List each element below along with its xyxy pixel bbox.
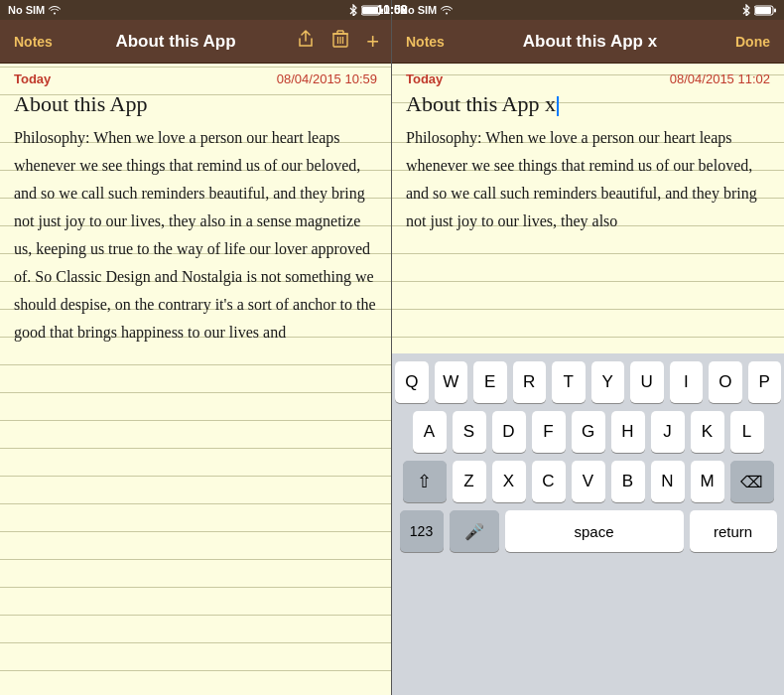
share-icon (297, 30, 315, 48)
svg-rect-19 (774, 8, 776, 12)
key-K[interactable]: K (691, 411, 724, 453)
svg-rect-18 (755, 7, 771, 14)
right-date-line: Today 08/04/2015 11:02 (406, 71, 770, 86)
key-O[interactable]: O (709, 361, 742, 403)
right-note-body: Philosophy: When we love a person our he… (406, 124, 770, 235)
left-nav-bar: Notes About this App (0, 20, 391, 64)
bluetooth-icon (349, 4, 357, 16)
key-U[interactable]: U (630, 361, 664, 403)
right-date-value: 08/04/2015 11:02 (670, 71, 770, 86)
mic-key[interactable]: 🎤 (450, 510, 499, 552)
left-date-value: 08/04/2015 10:59 (277, 71, 377, 86)
left-note-body: Philosophy: When we love a person our he… (14, 124, 377, 347)
left-status-bar: No SIM 10:59 (0, 0, 391, 20)
left-nav-actions: + (293, 27, 383, 57)
key-A[interactable]: A (413, 411, 447, 453)
key-S[interactable]: S (453, 411, 486, 453)
right-panel: No SIM 11:02 Notes About this App x (392, 0, 784, 695)
right-wifi-icon (441, 5, 453, 15)
key-Z[interactable]: Z (453, 461, 486, 502)
svg-point-0 (54, 13, 56, 15)
return-key[interactable]: return (690, 510, 777, 552)
keyboard-row-1: Q W E R T Y U I O P (395, 361, 781, 403)
trash-icon (332, 30, 348, 48)
keyboard: Q W E R T Y U I O P A S D F G H J K L ⇧ … (392, 353, 784, 695)
keyboard-row-3: ⇧ Z X C V B N M ⌫ (395, 461, 781, 502)
right-date-label: Today (406, 71, 443, 86)
key-J[interactable]: J (651, 411, 685, 453)
key-B[interactable]: B (611, 461, 645, 502)
right-back-button[interactable]: Notes (400, 30, 451, 54)
right-note-title: About this App x (406, 90, 770, 118)
done-button[interactable]: Done (729, 30, 776, 54)
key-W[interactable]: W (435, 361, 468, 403)
svg-rect-4 (362, 7, 378, 14)
num-key[interactable]: 123 (400, 510, 444, 552)
right-nav-title: About this App x (451, 32, 729, 52)
right-note-area[interactable]: Today 08/04/2015 11:02 About this App x … (392, 64, 784, 353)
left-nav-title: About this App (59, 32, 293, 52)
right-status-bar: No SIM 11:02 (392, 0, 784, 20)
trash-button[interactable] (328, 28, 352, 55)
right-nav-bar: Notes About this App x Done (392, 20, 784, 64)
key-Y[interactable]: Y (591, 361, 625, 403)
right-time: 11:02 (377, 3, 408, 17)
key-D[interactable]: D (492, 411, 526, 453)
keyboard-row-2: A S D F G H J K L (395, 411, 781, 453)
key-F[interactable]: F (532, 411, 566, 453)
key-H[interactable]: H (611, 411, 645, 453)
key-X[interactable]: X (492, 461, 526, 502)
key-T[interactable]: T (552, 361, 586, 403)
key-I[interactable]: I (670, 361, 704, 403)
shift-key[interactable]: ⇧ (403, 461, 447, 502)
key-C[interactable]: C (532, 461, 566, 502)
space-key[interactable]: space (505, 510, 684, 552)
right-bluetooth-icon (742, 4, 750, 16)
svg-point-14 (446, 13, 448, 15)
left-back-button[interactable]: Notes (8, 30, 59, 54)
key-E[interactable]: E (473, 361, 507, 403)
left-note-title: About this App (14, 90, 377, 118)
left-date-line: Today 08/04/2015 10:59 (14, 71, 377, 86)
right-status-right (742, 4, 776, 16)
keyboard-row-4: 123 🎤 space return (395, 510, 781, 552)
left-panel: No SIM 10:59 Notes About t (0, 0, 392, 695)
key-P[interactable]: P (748, 361, 782, 403)
key-G[interactable]: G (572, 411, 605, 453)
key-Q[interactable]: Q (395, 361, 429, 403)
key-L[interactable]: L (730, 411, 764, 453)
backspace-key[interactable]: ⌫ (730, 461, 774, 502)
key-R[interactable]: R (513, 361, 547, 403)
left-carrier: No SIM (8, 4, 45, 16)
add-button[interactable]: + (362, 27, 383, 57)
text-cursor (557, 96, 559, 116)
key-N[interactable]: N (651, 461, 685, 502)
right-status-left: No SIM (400, 4, 453, 16)
left-date-label: Today (14, 71, 51, 86)
right-battery-icon (754, 5, 776, 16)
share-button[interactable] (293, 28, 319, 55)
left-status-left: No SIM (8, 4, 61, 16)
left-note-area: Today 08/04/2015 10:59 About this App Ph… (0, 64, 391, 695)
key-M[interactable]: M (691, 461, 724, 502)
key-V[interactable]: V (572, 461, 605, 502)
wifi-icon (49, 5, 61, 15)
